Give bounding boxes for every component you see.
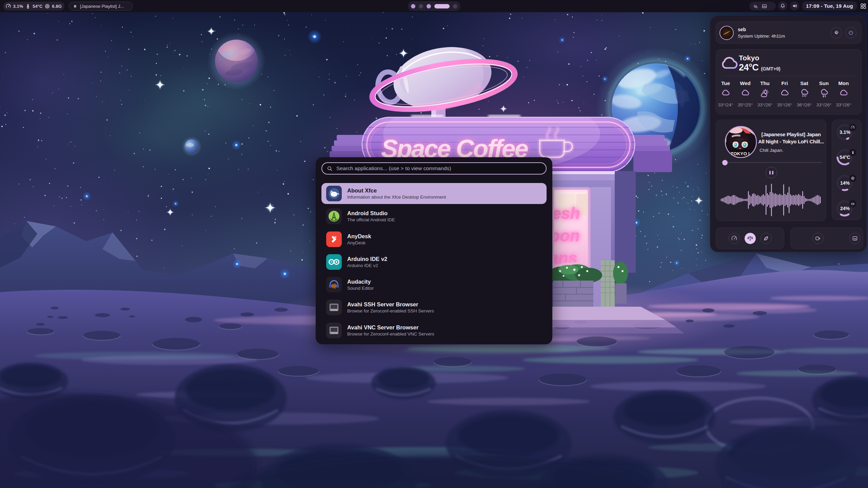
svg-text:Thu: Thu (760, 80, 770, 86)
svg-text:35°/26°: 35°/26° (777, 102, 792, 107)
svg-text:54°C: 54°C (840, 155, 850, 160)
svg-text:Tue: Tue (721, 80, 730, 86)
svg-text:33°/24°: 33°/24° (718, 102, 733, 107)
svg-text:36°/26°: 36°/26° (797, 102, 812, 107)
svg-text:Sat: Sat (800, 80, 808, 86)
svg-text:35°/25°: 35°/25° (738, 102, 753, 107)
svg-text:Wed: Wed (740, 80, 750, 86)
svg-text:TOKYO L: TOKYO L (731, 151, 751, 156)
svg-text:14%: 14% (840, 180, 850, 186)
svg-text:Fri: Fri (781, 80, 788, 86)
svg-text:33°/26°: 33°/26° (757, 102, 773, 107)
svg-text:33°/26°: 33°/26° (836, 102, 851, 107)
svg-text:Sun: Sun (819, 80, 829, 86)
svg-text:33°/26°: 33°/26° (816, 102, 832, 107)
svg-text:Mon: Mon (839, 80, 849, 86)
svg-text:oon: oon (550, 227, 580, 245)
svg-text:24%: 24% (840, 206, 850, 211)
svg-text:3.1%: 3.1% (840, 129, 850, 135)
svg-text:C: C (756, 6, 758, 9)
svg-text:esh: esh (552, 204, 580, 222)
